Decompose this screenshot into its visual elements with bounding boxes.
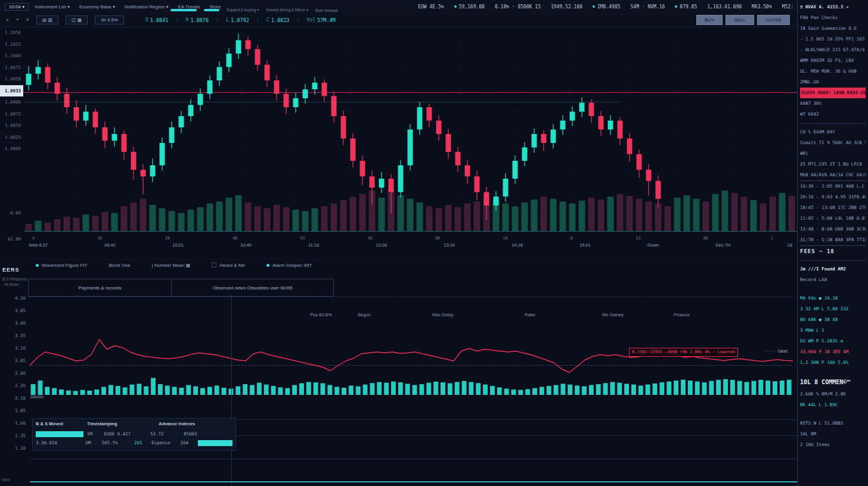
ticker-item[interactable]: EUW 4E.5%: [418, 4, 444, 10]
sidebar-row[interactable]: 1.2 3AN P 10A 5.0%: [800, 357, 866, 368]
annotation-tail: · · · · · Deet: [764, 348, 788, 354]
ticker-item[interactable]: 0.18% · 8500K 15: [495, 4, 541, 10]
sidebar-row[interactable]: W7 6042: [800, 109, 866, 120]
sidebar-row[interactable]: 2.60K % 8M/M 2.8D: [800, 389, 866, 400]
order-button[interactable]: BUY: [696, 15, 723, 25]
mini-table-header: B & S Moved: [36, 421, 87, 426]
candlestick-chart[interactable]: [24, 27, 797, 235]
filter-label[interactable]: Expand & buying ▾: [227, 8, 259, 13]
clock-badge[interactable]: 10:04 ▾: [5, 3, 29, 11]
filter-label[interactable]: Bulk renewal: [315, 8, 337, 13]
draw-tools: ⌖+×: [6, 17, 29, 23]
sidebar-row[interactable]: 2 10U Items: [800, 440, 866, 450]
sidebar-row[interactable]: 33,900 P 1B 3EE AM: [800, 347, 866, 357]
menu-item[interactable]: Instrument List ▾: [35, 4, 70, 10]
sidebar-row[interactable]: [800, 257, 866, 261]
sidebar-row[interactable]: 10L 8 COMMEN©™: [800, 376, 866, 389]
sidebar-row[interactable]: 1.5 065 19.25% FF1 165.3: [800, 34, 866, 45]
divider: [30, 481, 797, 482]
progress-pill-icon: [170, 9, 197, 11]
sidebar-row[interactable]: [800, 368, 866, 376]
ticker-item[interactable]: 1949.52.100: [551, 4, 582, 10]
tool-icon[interactable]: +: [16, 17, 19, 23]
column-header[interactable]: Rater: [525, 312, 535, 317]
sidebar-row[interactable]: Record LA8: [800, 275, 866, 285]
highlight-bar: [198, 440, 232, 446]
sidebar-row[interactable]: 3 32 AM L 5.80 232: [800, 304, 866, 314]
sidebar-row[interactable]: C0 % EXAM DAY: [800, 127, 866, 138]
sidebar-row[interactable]: F00 Pan Checks: [800, 13, 866, 23]
mini-table-cell: 52.72: [150, 431, 184, 437]
order-button[interactable]: CLOSE: [757, 15, 790, 25]
ohlc-value: 1.0823: [271, 17, 290, 23]
ticker-item[interactable]: S4M · NVM.16: [631, 4, 665, 10]
sidebar-row[interactable]: [800, 285, 866, 293]
order-button[interactable]: SELL: [726, 15, 754, 25]
column-header[interactable]: Mo Gainey: [602, 312, 624, 317]
sidebar-row[interactable]: Md 93x ● 19.18: [800, 293, 866, 304]
sidebar-row[interactable]: 10L 8M: [800, 429, 866, 440]
sidebar-row[interactable]: 12:48 - 8:08 U08 30B 3C38: [800, 224, 866, 235]
column-header[interactable]: Begun: [358, 312, 371, 317]
sidebar-row[interactable]: ≡ NVAX A. 4153.3 ↗: [800, 2, 866, 13]
market-info-sidebar: ≡ NVAX A. 4153.3 ↗F00 Pan Checks18 Gain …: [797, 0, 868, 486]
sidebar-row[interactable]: M68 AA/AV8 AA/1A C9C 6A/8: [800, 170, 866, 181]
sidebar-row[interactable]: SLU34 4900: L89B KA93 U2: [800, 88, 866, 98]
ticker-item[interactable]: 59,169.00: [454, 4, 485, 10]
column-header[interactable]: Max Delay: [432, 312, 453, 317]
mini-table-header: Timestamping: [87, 421, 159, 426]
sidebar-row[interactable]: [800, 120, 866, 124]
top-menu-bar: 10:04 ▾ Instrument List ▾Economy Base ▾N…: [0, 0, 797, 14]
indicator-button[interactable]: ıllı 4.5%: [95, 15, 123, 24]
axis-value-label: 3.10: [0, 342, 29, 354]
mini-table-cell: 3.30.010: [36, 440, 85, 446]
sidebar-row[interactable]: AAN7 30%: [800, 98, 866, 109]
x-tick: 18: [97, 236, 102, 240]
sidebar-row[interactable]: WR): [800, 148, 866, 159]
ohlc-label: O: [145, 17, 148, 23]
sidebar-row[interactable]: 2MNL.U0: [800, 77, 866, 88]
sidebar-row[interactable]: 3 MNW L 1: [800, 325, 866, 336]
ticker-item[interactable]: M52:: [782, 4, 793, 10]
sidebar-row[interactable]: NITS N L 51.08BS: [800, 418, 866, 429]
scroll-handle[interactable]: [30, 395, 44, 398]
sidebar-row[interactable]: 31:78 - 5:18 8A8 3F8 7718: [800, 235, 866, 246]
sidebar-row[interactable]: FEES ~ 18: [800, 246, 866, 257]
indicator-chart[interactable]: [30, 322, 793, 397]
column-header[interactable]: Finance: [674, 312, 690, 317]
ticker-item[interactable]: 879.85: [675, 4, 697, 10]
divider: [231, 295, 232, 486]
tool-icon[interactable]: ×: [26, 17, 29, 23]
sidebar-row[interactable]: 11:85 - 5:08 L9L 18B 0.81B: [800, 213, 866, 224]
sidebar-row[interactable]: WMM DHXIM 32 F3, C8V: [800, 55, 866, 66]
column-header[interactable]: Pos 60-8%: [310, 312, 332, 317]
sidebar-row[interactable]: Simult 71 9 500C AO 3CB 50: [800, 138, 866, 148]
ticker-item[interactable]: MA3.50%: [752, 4, 772, 10]
sidebar-row[interactable]: BK 44L L 1.89C: [800, 400, 866, 410]
highlight-bar: [36, 431, 83, 437]
sidebar-row[interactable]: 10:30 - 1:05 001 408 L.C.8: [800, 181, 866, 192]
sidebar-row[interactable]: BLKLYW0LD 215 67.97A/9: [800, 45, 866, 55]
axis-value-label: 3.60: [0, 317, 29, 329]
tool-icon[interactable]: ⌖: [6, 17, 9, 23]
layout-button[interactable]: ◫ ▦: [66, 15, 88, 24]
alert-annotation[interactable]: 0.1581 ±3351 .499B +98 1.00s 0% — Lowere…: [629, 348, 738, 357]
menu-item[interactable]: Notification Region ▾: [125, 4, 168, 10]
mini-table-cell: 505.5%: [102, 440, 134, 446]
price-label: 0.00: [10, 210, 21, 216]
sidebar-row[interactable]: [800, 410, 866, 418]
sidebar-row[interactable]: 18:45 - 13:08 17C 2B8 27H: [800, 202, 866, 213]
ticker-item[interactable]: IM8.4985: [593, 4, 621, 10]
sidebar-row[interactable]: UL. MEW MOR. 30 & 60B: [800, 66, 866, 77]
filter-label[interactable]: Insured timing & Mirror ▾: [266, 8, 308, 13]
sidebar-row[interactable]: 18 Gain Summation 0.6: [800, 23, 866, 34]
chart-type-button[interactable]: ▤ ▥: [36, 15, 58, 24]
sidebar-row[interactable]: 25 M71.C95 2T 1.8U LFC8: [800, 159, 866, 170]
sidebar-row[interactable]: Jm ///I Found AM2: [800, 264, 866, 275]
sidebar-row[interactable]: 20:16 - 9:03 4.95 31F8.48: [800, 192, 866, 202]
ticker-item[interactable]: 1,163.41.090: [707, 4, 742, 10]
x-axis-label: 14:18: [512, 242, 523, 248]
sidebar-row[interactable]: 80 68K ● 38 X8: [800, 314, 866, 325]
menu-item[interactable]: Economy Base ▾: [79, 4, 115, 10]
sidebar-row[interactable]: DS WM P 5.283% m: [800, 336, 866, 347]
